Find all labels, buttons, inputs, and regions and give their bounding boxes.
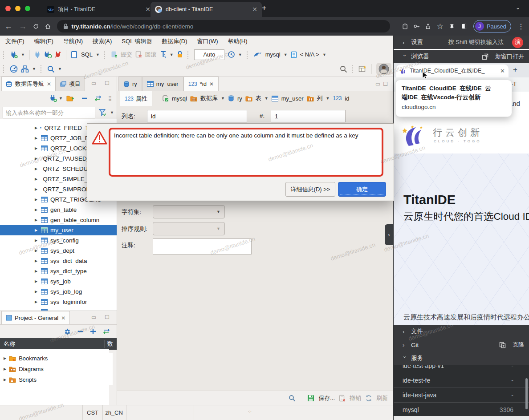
table-row[interactable]: ▶sys_dept [0,246,117,256]
ok-button[interactable]: 确定 [338,182,386,197]
breadcrumb-column[interactable]: id [345,95,349,102]
toolbar-grip[interactable] [187,51,190,59]
expander-icon[interactable]: ▶ [4,356,6,360]
filter-funnel-icon[interactable] [99,109,106,116]
breadcrumb-connection[interactable]: mysql [172,95,187,102]
breadcrumb-table-label[interactable]: 表 [256,94,261,102]
collapse-all-icon[interactable] [81,97,88,100]
expander-icon[interactable]: ▶ [35,136,38,140]
active-database-label[interactable]: mysql [265,51,281,58]
search-tool-icon[interactable] [47,65,55,73]
menu-help[interactable]: 帮助(H) [228,37,247,45]
tab-database-navigator[interactable]: 数据库导航 ✕ [1,77,56,91]
expander-icon[interactable]: ▶ [35,249,38,253]
inner-new-tab-icon[interactable]: + [513,65,517,74]
git-section-header[interactable]: › Git 克隆 [394,338,529,351]
network-topology-icon[interactable] [21,65,29,73]
filter-dropdown-icon[interactable]: ▼ [110,110,114,115]
back-icon[interactable]: ← [4,22,12,31]
column-name-input[interactable]: id [147,110,247,122]
expander-icon[interactable]: ▶ [35,157,37,161]
breadcrumb-column-label[interactable]: 列 [317,94,323,102]
table-row-partial[interactable]: ▶ [0,307,117,311]
settings-gear-icon[interactable] [64,328,71,335]
editor-tab-ry[interactable]: ry [118,77,142,91]
sql-label[interactable]: SQL [81,51,93,58]
collapse-all-icon[interactable] [77,330,84,333]
menu-sql-editor[interactable]: SQL 编辑器 [122,37,152,45]
expand-all-icon[interactable] [90,328,96,335]
expander-icon[interactable]: ▶ [35,198,38,202]
git-clone-icon[interactable] [499,342,506,348]
service-row[interactable]: ide-test-fe- [394,373,529,388]
link-with-editor-icon[interactable] [102,329,110,334]
save-icon[interactable] [307,395,314,402]
browser-tab-dbclient[interactable]: db-client - TitanIDE ✕ [151,2,262,17]
menu-search[interactable]: 搜索(A) [93,37,112,45]
new-connection-icon[interactable] [49,94,57,102]
lock-toggle-icon[interactable] [177,51,183,58]
extensions-puzzle-icon[interactable] [450,23,456,30]
table-row[interactable]: ▶sys_logininfor [0,297,117,307]
table-row[interactable]: ▶gen_table_column [0,215,117,225]
tab-close-icon[interactable]: ✕ [500,68,505,74]
refresh-icon[interactable] [365,395,372,402]
scrollbar-thumb[interactable] [525,378,528,409]
inner-browser-tab[interactable]: TitanIDE_CloudIDE_在线IDE_ ✕ [396,65,509,77]
table-filter-input[interactable] [3,107,95,118]
database-dropdown-icon[interactable]: ▼ [284,52,288,57]
subtab-properties[interactable]: 123 属性 [120,91,152,106]
table-row[interactable]: ▶sys_config [0,235,117,246]
menu-navigate[interactable]: 导航(N) [63,37,83,45]
project-item-diagrams[interactable]: ▶Diagrams [0,363,113,374]
connect-icon[interactable] [34,51,41,58]
rollback-label[interactable]: 回滚 [145,51,157,59]
undo-icon[interactable] [339,395,346,402]
user-avatar-button[interactable] [376,63,391,75]
commit-icon[interactable] [111,51,118,58]
expander-icon[interactable]: ▶ [35,146,38,150]
tab-project-explorer[interactable]: 项目 [56,77,85,91]
maximize-panel-icon[interactable]: ☐ [105,80,110,86]
window-close-button[interactable] [5,6,11,11]
table-row[interactable]: ▶sys_dict_data [0,256,117,266]
expander-icon[interactable]: ▶ [35,228,38,232]
new-connection-dropdown-icon[interactable]: ▼ [21,52,25,57]
reload-icon[interactable] [33,23,39,30]
expander-icon[interactable]: ▶ [4,367,6,371]
tab-close-icon[interactable]: ✕ [47,81,51,87]
clipboard-icon[interactable] [403,23,407,30]
git-clone-label[interactable]: 克隆 [513,341,524,349]
new-tab-button[interactable]: + [262,4,267,13]
search-icon[interactable] [289,395,296,402]
menu-edit[interactable]: 编辑(E) [34,37,53,45]
search-dropdown-icon[interactable]: ▼ [58,67,62,71]
maximize-panel-icon[interactable]: ☐ [383,81,388,87]
sql-dropdown-icon[interactable]: ▼ [96,52,100,57]
link-with-editor-icon[interactable] [94,96,102,101]
statusbar-grip-icon[interactable]: ⁘ [248,408,252,415]
minimize-panel-icon[interactable]: ▭ [375,81,380,87]
details-button[interactable]: 详细信息(D) >> [285,182,335,197]
open-new-window-icon[interactable] [482,53,488,60]
password-key-icon[interactable] [414,24,420,28]
menu-file[interactable]: 文件(F) [5,37,24,45]
expander-icon[interactable]: ▶ [35,238,38,242]
perspective-icon[interactable] [358,65,367,73]
expander-icon[interactable]: ▶ [35,259,38,263]
files-section-header[interactable]: › 文件 [394,325,529,338]
side-panel-icon[interactable] [462,23,467,30]
expander-icon[interactable]: ▶ [35,290,38,294]
share-icon[interactable] [426,23,431,30]
quick-search-icon[interactable] [340,65,347,73]
transaction-mode-icon[interactable] [160,51,167,58]
commit-label[interactable]: 提交 [121,51,132,59]
new-connection-icon[interactable] [10,51,18,59]
toolbar-grip[interactable] [247,51,249,59]
expander-icon[interactable]: ▶ [35,300,38,304]
expander-icon[interactable]: ▶ [35,177,37,181]
profile-paused-badge[interactable]: J Paused [473,20,511,32]
expander-icon[interactable]: ▶ [35,167,37,171]
maximize-panel-icon[interactable]: ☐ [105,314,110,320]
expander-icon[interactable]: ▶ [35,269,38,273]
